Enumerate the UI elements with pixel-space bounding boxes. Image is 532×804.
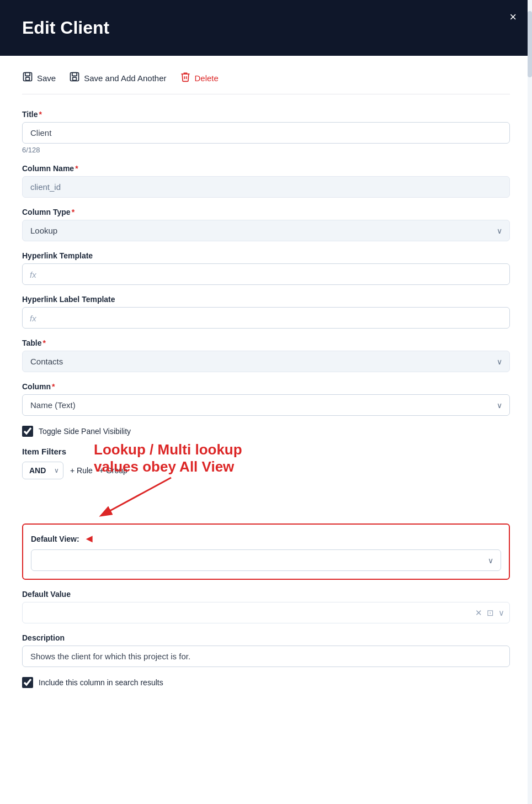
item-filters-section: Item Filters AND OR ∨ + Rule + Group [22,447,510,479]
column-type-label: Column Type* [22,208,510,216]
hyperlink-template-label: Hyperlink Template [22,251,510,260]
delete-icon [180,71,191,85]
title-required: * [39,110,42,119]
svg-rect-2 [26,77,30,81]
save-icon [22,71,33,85]
include-search-checkbox[interactable] [22,677,33,688]
default-value-input-wrapper: ✕ ⊡ ∨ [22,602,510,623]
table-label: Table* [22,338,510,347]
save-and-add-button[interactable]: Save and Add Another [69,71,166,85]
column-type-select-wrapper: Lookup ∨ [22,220,510,241]
toggle-side-panel-label: Toggle Side Panel Visibility [39,427,131,436]
modal-title: Edit Client [22,18,109,38]
column-label: Column* [22,382,510,391]
close-icon: × [509,10,517,24]
hyperlink-label-template-input-wrapper: fx [22,307,510,329]
title-group: Title* 6/128 [22,110,510,154]
toggle-side-panel-row: Toggle Side Panel Visibility [22,426,510,437]
and-select[interactable]: AND OR [22,462,63,479]
table-group: Table* Contacts ∨ [22,338,510,372]
svg-rect-5 [73,77,77,81]
toolbar: Save Save and Add Another Delete [22,71,510,94]
add-rule-label: + Rule [70,466,93,475]
column-name-required: * [75,164,78,173]
table-select[interactable]: Contacts [22,351,510,372]
default-view-label: Default View: ◄ [31,532,501,545]
description-label: Description [22,633,510,642]
column-type-group: Column Type* Lookup ∨ [22,208,510,241]
expand-icon[interactable]: ⊡ [487,608,494,618]
table-select-wrapper: Contacts ∨ [22,351,510,372]
hyperlink-label-template-group: Hyperlink Label Template fx [22,295,510,329]
include-search-label: Include this column in search results [39,678,163,687]
svg-line-6 [105,478,171,514]
clear-icon[interactable]: ✕ [475,608,482,618]
add-group-label: + Group [99,466,127,475]
column-name-label: Column Name* [22,164,510,173]
scrollbar-thumb [528,11,532,77]
hyperlink-template-input[interactable] [22,263,510,285]
close-button[interactable]: × [509,11,517,23]
add-rule-button[interactable]: + Rule [70,466,93,475]
svg-rect-1 [25,73,30,76]
item-filters-section-wrapper: Item Filters AND OR ∨ + Rule + Group [22,447,510,479]
default-view-section: Default View: ◄ ∨ [22,523,510,580]
column-name-input [22,176,510,198]
toggle-side-panel-checkbox[interactable] [22,426,33,437]
modal-header: Edit Client × [0,0,532,56]
filter-controls: AND OR ∨ + Rule + Group [22,462,510,479]
edit-client-modal: Edit Client × Save Save and Add Another [0,0,532,804]
column-type-select[interactable]: Lookup [22,220,510,241]
default-value-section: Default Value ✕ ⊡ ∨ [22,590,510,623]
hyperlink-template-input-wrapper: fx [22,263,510,285]
column-select-wrapper: Name (Text) ∨ [22,394,510,416]
delete-button[interactable]: Delete [180,71,219,85]
default-view-select[interactable] [31,549,501,571]
default-value-input[interactable] [22,602,510,623]
scrollbar[interactable] [528,0,532,804]
save-and-add-label: Save and Add Another [84,73,166,83]
column-group: Column* Name (Text) ∨ [22,382,510,416]
add-group-button[interactable]: + Group [99,466,127,475]
default-view-select-wrapper: ∨ [31,549,501,571]
column-select[interactable]: Name (Text) [22,394,510,416]
hyperlink-label-template-input[interactable] [22,307,510,329]
include-search-row: Include this column in search results [22,677,510,688]
item-filters-label: Item Filters [22,447,510,456]
save-add-icon [69,71,80,85]
default-value-label: Default Value [22,590,510,599]
column-name-group: Column Name* [22,164,510,198]
svg-rect-4 [72,73,77,76]
title-label: Title* [22,110,510,119]
save-button[interactable]: Save [22,71,56,85]
title-input[interactable] [22,122,510,144]
modal-body: Save Save and Add Another Delete Title* [0,56,532,804]
default-value-chevron-icon[interactable]: ∨ [498,608,504,618]
delete-label: Delete [195,73,219,83]
arrow-left-icon: ◄ [84,532,95,545]
default-value-icons: ✕ ⊡ ∨ [475,608,504,618]
char-count: 6/128 [22,146,510,154]
annotation-arrow-svg [94,478,204,522]
save-label: Save [37,73,56,83]
hyperlink-label-template-label: Hyperlink Label Template [22,295,510,304]
description-group: Description [22,633,510,667]
description-input[interactable] [22,646,510,667]
hyperlink-template-group: Hyperlink Template fx [22,251,510,285]
and-select-wrapper: AND OR ∨ [22,462,63,479]
